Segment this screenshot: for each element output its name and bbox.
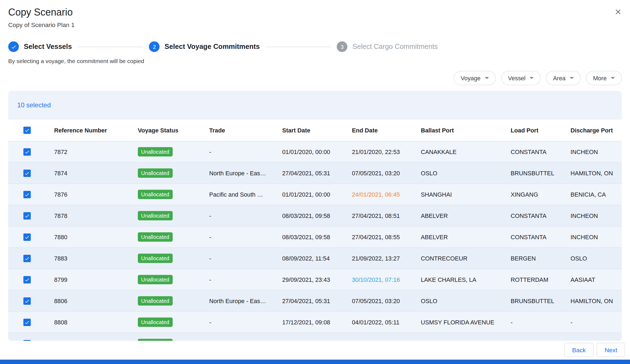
vessel-filter-button[interactable]: Vessel bbox=[501, 71, 541, 85]
table-row: 7878 Unallocated - 08/03/2021, 09:58 27/… bbox=[8, 205, 622, 226]
more-filter-label: More bbox=[593, 75, 607, 81]
row-checkbox[interactable] bbox=[24, 169, 31, 177]
reference-number-cell: 7883 bbox=[54, 255, 138, 262]
status-badge: Unallocated bbox=[138, 254, 173, 263]
row-checkbox[interactable] bbox=[24, 276, 31, 283]
back-button[interactable]: Back bbox=[564, 343, 594, 357]
selection-bar: 10 selected bbox=[8, 91, 622, 120]
load-port-cell: BERGEN bbox=[511, 255, 571, 262]
start-date-cell: 01/01/2020, 00:00 bbox=[282, 149, 352, 155]
ballast-port-cell: USMSY FLORIDA AVENUE bbox=[421, 319, 511, 325]
status-badge: Unallocated bbox=[138, 318, 173, 327]
filters-bar: Voyage Vessel Area More bbox=[0, 71, 630, 85]
check-icon bbox=[24, 277, 30, 282]
discharge-port-cell: INCHEON bbox=[571, 149, 622, 155]
step-select-vessels[interactable]: Select Vessels bbox=[8, 42, 72, 52]
table-header: Reference Number Voyage Status Trade Sta… bbox=[8, 120, 622, 141]
step-3-label: Select Cargo Commitments bbox=[352, 43, 438, 51]
check-icon bbox=[24, 213, 30, 218]
column-header-load-port: Load Port bbox=[511, 127, 571, 134]
table-row: 7883 Unallocated - 08/09/2022, 11:54 21/… bbox=[8, 247, 622, 269]
check-icon bbox=[24, 191, 30, 197]
ballast-port-cell: CONTRECOEUR bbox=[421, 255, 511, 262]
load-port-cell: CONSTANTA bbox=[511, 149, 571, 155]
reference-number-cell: 7874 bbox=[54, 170, 138, 176]
trade-cell: Pacific and South … bbox=[209, 191, 282, 198]
step-select-voyage-commitments[interactable]: 2 Select Voyage Commitments bbox=[149, 42, 260, 52]
next-button[interactable]: Next bbox=[597, 343, 625, 357]
discharge-port-cell: BENICIA, CA bbox=[571, 191, 622, 198]
discharge-port-cell: AASIAAT bbox=[571, 276, 622, 283]
table-row: 8799 Unallocated - 29/09/2021, 23:43 30/… bbox=[8, 269, 622, 290]
more-filter-button[interactable]: More bbox=[586, 71, 622, 85]
step-select-cargo-commitments[interactable]: 3 Select Cargo Commitments bbox=[337, 42, 438, 52]
row-checkbox[interactable] bbox=[24, 340, 31, 341]
ballast-port-cell: OSLO bbox=[421, 170, 511, 176]
status-badge: Unallocated bbox=[138, 211, 173, 221]
end-date-cell: 27/04/2021, 08:55 bbox=[352, 234, 421, 240]
table-row: 7874 Unallocated North Europe - Eas… 27/… bbox=[8, 162, 622, 184]
table-body: 7872 Unallocated - 01/01/2020, 00:00 21/… bbox=[8, 141, 622, 341]
table-row: testCooo Unallocated - 17/12/2021, 09:08… bbox=[8, 333, 622, 341]
row-checkbox[interactable] bbox=[24, 254, 31, 262]
trade-cell: - bbox=[209, 319, 282, 325]
column-header-voyage-status: Voyage Status bbox=[138, 127, 209, 134]
load-port-cell: - bbox=[511, 340, 571, 341]
discharge-port-cell: INCHEON bbox=[571, 234, 622, 240]
trade-cell: North Europe - Eas… bbox=[209, 298, 282, 304]
reference-number-cell: 7878 bbox=[54, 212, 138, 219]
row-checkbox[interactable] bbox=[24, 297, 31, 304]
status-badge: Unallocated bbox=[138, 190, 173, 199]
step-2-label: Select Voyage Commitments bbox=[165, 43, 260, 51]
copy-scenario-modal: Copy Scenario Copy of Scenario Plan 1 Se… bbox=[0, 0, 630, 364]
vessel-filter-label: Vessel bbox=[508, 75, 526, 81]
status-badge: Unallocated bbox=[138, 296, 173, 306]
load-port-cell: ROTTERDAM bbox=[511, 276, 571, 283]
reference-number-cell: testCooo bbox=[54, 340, 138, 341]
table-row: 8806 Unallocated North Europe - Eas… 27/… bbox=[8, 290, 622, 311]
area-filter-button[interactable]: Area bbox=[546, 71, 581, 85]
close-button[interactable] bbox=[612, 6, 624, 18]
ballast-port-cell: OSLO bbox=[421, 298, 511, 304]
discharge-port-cell: OSLO bbox=[571, 255, 622, 262]
check-icon bbox=[24, 234, 30, 240]
load-port-cell: CONSTANTA bbox=[511, 234, 571, 240]
trade-cell: - bbox=[209, 340, 282, 341]
start-date-cell: 17/12/2021, 09:08 bbox=[282, 319, 352, 325]
ballast-port-cell: ABELVER bbox=[421, 234, 511, 240]
modal-header: Copy Scenario Copy of Scenario Plan 1 bbox=[0, 0, 630, 28]
modal-title: Copy Scenario bbox=[8, 7, 622, 18]
end-date-cell: 30/10/2021, 07:16 bbox=[352, 276, 421, 283]
footer-actions: Back Next bbox=[564, 343, 625, 357]
start-date-cell: 27/04/2021, 05:31 bbox=[282, 298, 352, 304]
trade-cell: - bbox=[209, 212, 282, 219]
voyage-filter-button[interactable]: Voyage bbox=[454, 71, 496, 85]
voyage-commitments-table: 10 selected Reference Number Voyage Stat… bbox=[8, 91, 622, 341]
trade-cell: - bbox=[209, 149, 282, 155]
row-checkbox[interactable] bbox=[24, 318, 31, 326]
trade-cell: North Europe - Eas… bbox=[209, 170, 282, 176]
chevron-down-icon bbox=[570, 77, 574, 79]
step-1-indicator bbox=[8, 42, 19, 52]
step-2-indicator: 2 bbox=[149, 42, 160, 52]
modal-subtitle: Copy of Scenario Plan 1 bbox=[8, 21, 622, 28]
row-checkbox[interactable] bbox=[24, 233, 31, 241]
row-checkbox[interactable] bbox=[24, 212, 31, 219]
step-3-indicator: 3 bbox=[337, 42, 348, 52]
select-all-checkbox[interactable] bbox=[24, 127, 31, 134]
trade-cell: - bbox=[209, 276, 282, 283]
discharge-port-cell: HAMILTON, ON bbox=[571, 170, 622, 176]
check-icon bbox=[24, 319, 30, 325]
row-checkbox[interactable] bbox=[24, 148, 31, 155]
column-header-ballast-port: Ballast Port bbox=[421, 127, 511, 134]
load-port-cell: BRUNSBUTTEL bbox=[511, 298, 571, 304]
table-row: 7876 Unallocated Pacific and South … 01/… bbox=[8, 184, 622, 205]
step-1-label: Select Vessels bbox=[24, 43, 72, 51]
close-icon bbox=[614, 8, 622, 16]
end-date-cell: 21/01/2020, 22:53 bbox=[352, 149, 421, 155]
column-header-end-date: End Date bbox=[352, 127, 421, 134]
row-checkbox[interactable] bbox=[24, 191, 31, 198]
end-date-cell: 27/04/2021, 08:51 bbox=[352, 212, 421, 219]
stepper: Select Vessels 2 Select Voyage Commitmen… bbox=[0, 42, 630, 52]
check-icon bbox=[24, 298, 30, 304]
